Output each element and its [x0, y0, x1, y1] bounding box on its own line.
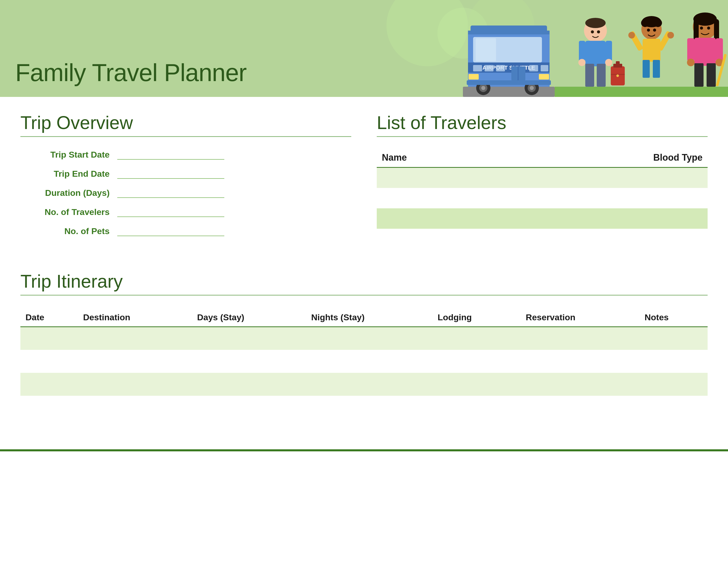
- svg-point-67: [700, 27, 703, 30]
- trip-start-date-row: Trip Start Date: [20, 150, 351, 160]
- itinerary-lodging-2[interactable]: [433, 350, 521, 373]
- table-row[interactable]: [377, 167, 708, 188]
- traveler-name-3[interactable]: [377, 208, 500, 229]
- num-pets-input[interactable]: [117, 235, 224, 236]
- traveler-bloodtype-2[interactable]: [500, 188, 708, 208]
- svg-rect-31: [579, 41, 585, 61]
- trip-end-date-label: Trip End Date: [20, 169, 117, 179]
- itinerary-days-2[interactable]: [192, 350, 306, 373]
- svg-point-68: [707, 27, 710, 30]
- itinerary-date-2[interactable]: [20, 350, 78, 373]
- itinerary-lodging-3[interactable]: [433, 373, 521, 396]
- traveler-bloodtype-3[interactable]: [500, 208, 708, 229]
- svg-point-27: [585, 18, 606, 28]
- itinerary-nights-2[interactable]: [306, 350, 433, 373]
- itinerary-lodging-4[interactable]: [433, 396, 521, 419]
- page-title: Family Travel Planner: [0, 59, 246, 87]
- itinerary-table: Date Destination Days (Stay) Nights (Sta…: [20, 308, 708, 419]
- itinerary-days-3[interactable]: [192, 373, 306, 396]
- trip-overview-section: Trip Overview Trip Start Date Trip End D…: [20, 112, 351, 245]
- main-content: Trip Overview Trip Start Date Trip End D…: [0, 97, 728, 434]
- itinerary-reservation-4[interactable]: [521, 396, 640, 419]
- list-of-travelers-title: List of Travelers: [377, 112, 708, 137]
- num-pets-row: No. of Pets: [20, 226, 351, 236]
- footer-line: [0, 449, 728, 451]
- svg-rect-22: [496, 65, 505, 71]
- svg-point-52: [667, 32, 674, 38]
- figures-illustration: [555, 10, 728, 97]
- svg-rect-28: [585, 41, 606, 66]
- itinerary-notes-header: Notes: [640, 308, 708, 327]
- travelers-bloodtype-header: Blood Type: [500, 150, 708, 167]
- itinerary-nights-3[interactable]: [306, 373, 433, 396]
- traveler-bloodtype-1[interactable]: [500, 167, 708, 188]
- num-travelers-row: No. of Travelers: [20, 207, 351, 217]
- table-row[interactable]: [377, 188, 708, 208]
- itinerary-days-1[interactable]: [192, 327, 306, 350]
- svg-point-51: [628, 32, 635, 38]
- itinerary-date-4[interactable]: [20, 396, 78, 419]
- duration-row: Duration (Days): [20, 188, 351, 198]
- itinerary-lodging-header: Lodging: [433, 308, 521, 327]
- itinerary-date-header: Date: [20, 308, 78, 327]
- svg-rect-39: [616, 61, 620, 66]
- duration-input[interactable]: [117, 197, 224, 198]
- trip-start-date-input[interactable]: [117, 159, 224, 160]
- itinerary-destination-3[interactable]: [78, 373, 192, 396]
- itinerary-reservation-1[interactable]: [521, 327, 640, 350]
- itinerary-notes-3[interactable]: [640, 373, 708, 396]
- svg-point-41: [616, 74, 619, 77]
- svg-rect-25: [555, 87, 728, 97]
- svg-rect-48: [653, 60, 660, 78]
- svg-rect-61: [707, 63, 716, 87]
- itinerary-nights-header: Nights (Stay): [306, 308, 433, 327]
- num-pets-label: No. of Pets: [20, 226, 117, 236]
- traveler-name-2[interactable]: [377, 188, 500, 208]
- svg-rect-32: [606, 41, 612, 61]
- itinerary-notes-2[interactable]: [640, 350, 708, 373]
- table-row[interactable]: [20, 373, 708, 396]
- svg-rect-59: [694, 38, 716, 66]
- itinerary-nights-4[interactable]: [306, 396, 433, 419]
- duration-label: Duration (Days): [20, 188, 117, 198]
- trip-end-date-input[interactable]: [117, 178, 224, 179]
- itinerary-reservation-2[interactable]: [521, 350, 640, 373]
- svg-rect-62: [687, 38, 694, 61]
- svg-rect-17: [539, 74, 549, 80]
- svg-point-53: [647, 29, 650, 32]
- itinerary-date-1[interactable]: [20, 327, 78, 350]
- trip-end-date-row: Trip End Date: [20, 169, 351, 179]
- traveler-name-1[interactable]: [377, 167, 500, 188]
- trip-itinerary-title: Trip Itinerary: [20, 271, 708, 296]
- itinerary-notes-1[interactable]: [640, 327, 708, 350]
- itinerary-destination-4[interactable]: [78, 396, 192, 419]
- itinerary-destination-1[interactable]: [78, 327, 192, 350]
- svg-point-14: [530, 86, 534, 90]
- top-section: Trip Overview Trip Start Date Trip End D…: [20, 112, 708, 245]
- svg-point-44: [641, 19, 649, 27]
- table-row[interactable]: [20, 350, 708, 373]
- table-row[interactable]: [377, 208, 708, 229]
- itinerary-reservation-header: Reservation: [521, 308, 640, 327]
- itinerary-days-4[interactable]: [192, 396, 306, 419]
- svg-rect-3: [468, 31, 550, 34]
- itinerary-notes-4[interactable]: [640, 396, 708, 419]
- table-row[interactable]: [20, 327, 708, 350]
- svg-rect-24: [541, 65, 548, 71]
- num-travelers-input[interactable]: [117, 216, 224, 217]
- trip-itinerary-section: Trip Itinerary Date Destination Days (St…: [20, 271, 708, 419]
- itinerary-date-3[interactable]: [20, 373, 78, 396]
- itinerary-destination-header: Destination: [78, 308, 192, 327]
- itinerary-destination-2[interactable]: [78, 350, 192, 373]
- num-travelers-label: No. of Travelers: [20, 207, 117, 217]
- svg-rect-47: [643, 60, 650, 78]
- itinerary-lodging-1[interactable]: [433, 327, 521, 350]
- svg-point-11: [481, 86, 485, 90]
- svg-rect-30: [597, 64, 606, 87]
- table-row[interactable]: [20, 396, 708, 419]
- svg-rect-63: [716, 38, 723, 61]
- trip-overview-title: Trip Overview: [20, 112, 351, 137]
- svg-rect-16: [469, 74, 479, 80]
- itinerary-nights-1[interactable]: [306, 327, 433, 350]
- itinerary-reservation-3[interactable]: [521, 373, 640, 396]
